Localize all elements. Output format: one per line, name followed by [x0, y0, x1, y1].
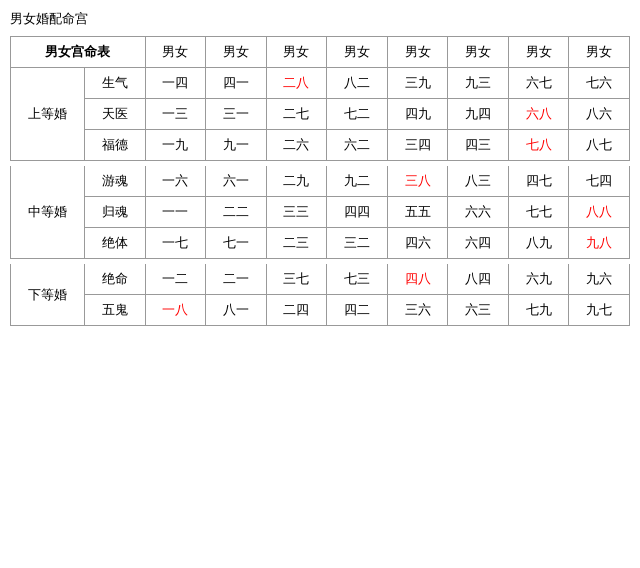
data-cell: 四七 — [508, 166, 569, 197]
data-cell: 七九 — [508, 295, 569, 326]
col-header-2: 男女 — [206, 37, 267, 68]
data-cell: 二三 — [266, 228, 327, 259]
table-row: 五鬼一八八一二四四二三六六三七九九七 — [11, 295, 630, 326]
data-cell: 六三 — [448, 295, 509, 326]
data-cell: 九八 — [569, 228, 630, 259]
data-cell: 六二 — [327, 130, 388, 161]
data-cell: 六八 — [508, 99, 569, 130]
data-cell: 七二 — [327, 99, 388, 130]
table-row: 中等婚游魂一六六一二九九二三八八三四七七四 — [11, 166, 630, 197]
data-cell: 三七 — [266, 264, 327, 295]
col-header-8: 男女 — [569, 37, 630, 68]
section-label: 下等婚 — [11, 264, 85, 326]
section-label: 上等婚 — [11, 68, 85, 161]
data-cell: 七四 — [569, 166, 630, 197]
data-cell: 六四 — [448, 228, 509, 259]
data-cell: 三三 — [266, 197, 327, 228]
sub-label: 归魂 — [85, 197, 146, 228]
table-row: 下等婚绝命一二二一三七七三四八八四六九九六 — [11, 264, 630, 295]
data-cell: 九一 — [206, 130, 267, 161]
data-cell: 六九 — [508, 264, 569, 295]
col-header-4: 男女 — [327, 37, 388, 68]
data-cell: 二四 — [266, 295, 327, 326]
data-cell: 四八 — [387, 264, 448, 295]
col-header-1: 男女 — [145, 37, 206, 68]
data-cell: 八一 — [206, 295, 267, 326]
data-cell: 一一 — [145, 197, 206, 228]
sub-label: 游魂 — [85, 166, 146, 197]
data-cell: 四六 — [387, 228, 448, 259]
data-cell: 九二 — [327, 166, 388, 197]
data-cell: 二六 — [266, 130, 327, 161]
data-cell: 九六 — [569, 264, 630, 295]
table-row: 天医一三三一二七七二四九九四六八八六 — [11, 99, 630, 130]
data-cell: 一二 — [145, 264, 206, 295]
data-cell: 三一 — [206, 99, 267, 130]
data-cell: 七三 — [327, 264, 388, 295]
section-label: 中等婚 — [11, 166, 85, 259]
data-cell: 一六 — [145, 166, 206, 197]
sub-label: 福德 — [85, 130, 146, 161]
data-cell: 六一 — [206, 166, 267, 197]
data-cell: 一三 — [145, 99, 206, 130]
data-cell: 六七 — [508, 68, 569, 99]
data-cell: 九七 — [569, 295, 630, 326]
data-cell: 五五 — [387, 197, 448, 228]
sub-label: 天医 — [85, 99, 146, 130]
data-cell: 三二 — [327, 228, 388, 259]
data-cell: 八四 — [448, 264, 509, 295]
data-cell: 九四 — [448, 99, 509, 130]
sub-label: 五鬼 — [85, 295, 146, 326]
data-cell: 八七 — [569, 130, 630, 161]
data-cell: 三六 — [387, 295, 448, 326]
data-cell: 一七 — [145, 228, 206, 259]
data-cell: 六六 — [448, 197, 509, 228]
data-cell: 四九 — [387, 99, 448, 130]
data-cell: 一八 — [145, 295, 206, 326]
data-cell: 一四 — [145, 68, 206, 99]
data-cell: 二八 — [266, 68, 327, 99]
data-cell: 九三 — [448, 68, 509, 99]
data-cell: 七八 — [508, 130, 569, 161]
table-row: 福德一九九一二六六二三四四三七八八七 — [11, 130, 630, 161]
data-cell: 一九 — [145, 130, 206, 161]
data-cell: 三八 — [387, 166, 448, 197]
page-title: 男女婚配命宫 — [10, 10, 630, 28]
data-cell: 四四 — [327, 197, 388, 228]
data-cell: 八二 — [327, 68, 388, 99]
data-cell: 四二 — [327, 295, 388, 326]
table-row: 上等婚生气一四四一二八八二三九九三六七七六 — [11, 68, 630, 99]
data-cell: 八八 — [569, 197, 630, 228]
col-header-5: 男女 — [387, 37, 448, 68]
table-row: 绝体一七七一二三三二四六六四八九九八 — [11, 228, 630, 259]
data-cell: 八六 — [569, 99, 630, 130]
data-cell: 七七 — [508, 197, 569, 228]
corner-header: 男女宫命表 — [11, 37, 146, 68]
main-table: 男女宫命表 男女 男女 男女 男女 男女 男女 男女 男女 上等婚生气一四四一二… — [10, 36, 630, 326]
table-row: 归魂一一二二三三四四五五六六七七八八 — [11, 197, 630, 228]
data-cell: 八九 — [508, 228, 569, 259]
data-cell: 二二 — [206, 197, 267, 228]
sub-label: 绝命 — [85, 264, 146, 295]
data-cell: 四三 — [448, 130, 509, 161]
data-cell: 二一 — [206, 264, 267, 295]
data-cell: 二九 — [266, 166, 327, 197]
col-header-6: 男女 — [448, 37, 509, 68]
data-cell: 二七 — [266, 99, 327, 130]
sub-label: 绝体 — [85, 228, 146, 259]
data-cell: 三四 — [387, 130, 448, 161]
data-cell: 四一 — [206, 68, 267, 99]
sub-label: 生气 — [85, 68, 146, 99]
col-header-7: 男女 — [508, 37, 569, 68]
data-cell: 七六 — [569, 68, 630, 99]
data-cell: 七一 — [206, 228, 267, 259]
col-header-3: 男女 — [266, 37, 327, 68]
data-cell: 三九 — [387, 68, 448, 99]
data-cell: 八三 — [448, 166, 509, 197]
